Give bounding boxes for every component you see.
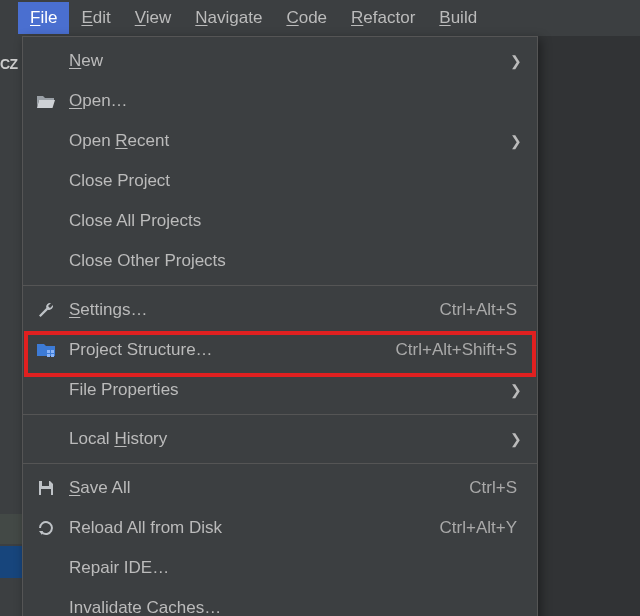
project-structure-icon <box>33 342 59 358</box>
reload-icon <box>33 519 59 537</box>
menu-shortcut: Ctrl+S <box>469 478 523 498</box>
menu-new[interactable]: New ❯ <box>23 41 537 81</box>
menu-label: Save All <box>59 478 469 498</box>
menu-close-all-projects[interactable]: Close All Projects <box>23 201 537 241</box>
menubar-code[interactable]: Code <box>274 2 339 34</box>
menu-label: Repair IDE… <box>59 558 523 578</box>
editor-background <box>538 36 640 616</box>
file-menu-dropdown: New ❯ Open… Open Recent ❯ Close Project … <box>22 36 538 616</box>
menu-separator <box>23 285 537 286</box>
menu-label: Close Other Projects <box>59 251 523 271</box>
gutter-selection <box>0 546 22 578</box>
menu-shortcut: Ctrl+Alt+S <box>440 300 523 320</box>
menu-open-recent[interactable]: Open Recent ❯ <box>23 121 537 161</box>
menubar-build[interactable]: Build <box>427 2 489 34</box>
svg-rect-1 <box>51 350 54 353</box>
submenu-arrow-icon: ❯ <box>509 53 523 69</box>
left-label: CZ <box>0 56 18 72</box>
menu-label: Invalidate Caches… <box>59 598 523 616</box>
menubar-file[interactable]: File <box>18 2 69 34</box>
menubar-refactor[interactable]: Refactor <box>339 2 427 34</box>
menubar-navigate[interactable]: Navigate <box>183 2 274 34</box>
svg-rect-5 <box>41 489 51 495</box>
menu-invalidate-caches[interactable]: Invalidate Caches… <box>23 588 537 616</box>
folder-open-icon <box>33 93 59 109</box>
menu-local-history[interactable]: Local History ❯ <box>23 419 537 459</box>
svg-rect-3 <box>51 354 54 357</box>
menubar-edit[interactable]: Edit <box>69 2 122 34</box>
menu-file-properties[interactable]: File Properties ❯ <box>23 370 537 410</box>
menu-repair-ide[interactable]: Repair IDE… <box>23 548 537 588</box>
menu-close-project[interactable]: Close Project <box>23 161 537 201</box>
svg-rect-4 <box>42 481 49 486</box>
menu-label: Reload All from Disk <box>59 518 440 538</box>
menu-shortcut: Ctrl+Alt+Shift+S <box>396 340 523 360</box>
menu-reload-from-disk[interactable]: Reload All from Disk Ctrl+Alt+Y <box>23 508 537 548</box>
menu-label: Settings… <box>59 300 440 320</box>
save-icon <box>33 479 59 497</box>
menu-settings[interactable]: Settings… Ctrl+Alt+S <box>23 290 537 330</box>
wrench-icon <box>33 301 59 319</box>
menubar: File Edit View Navigate Code Refactor Bu… <box>0 0 640 36</box>
left-gutter <box>0 36 22 616</box>
menu-separator <box>23 463 537 464</box>
menubar-view[interactable]: View <box>123 2 184 34</box>
menu-label: Project Structure… <box>59 340 396 360</box>
menu-label: Close All Projects <box>59 211 523 231</box>
svg-rect-2 <box>47 354 50 357</box>
menu-open[interactable]: Open… <box>23 81 537 121</box>
gutter-highlight <box>0 514 22 544</box>
submenu-arrow-icon: ❯ <box>509 431 523 447</box>
submenu-arrow-icon: ❯ <box>509 382 523 398</box>
svg-rect-0 <box>47 350 50 353</box>
submenu-arrow-icon: ❯ <box>509 133 523 149</box>
menu-label: File Properties <box>59 380 509 400</box>
menu-label: Open… <box>59 91 523 111</box>
menu-shortcut: Ctrl+Alt+Y <box>440 518 523 538</box>
menu-label: Close Project <box>59 171 523 191</box>
menu-label: Local History <box>59 429 509 449</box>
menu-project-structure[interactable]: Project Structure… Ctrl+Alt+Shift+S <box>23 330 537 370</box>
menu-save-all[interactable]: Save All Ctrl+S <box>23 468 537 508</box>
menu-label: Open Recent <box>59 131 509 151</box>
menu-separator <box>23 414 537 415</box>
menu-label: New <box>59 51 509 71</box>
menu-close-other-projects[interactable]: Close Other Projects <box>23 241 537 281</box>
